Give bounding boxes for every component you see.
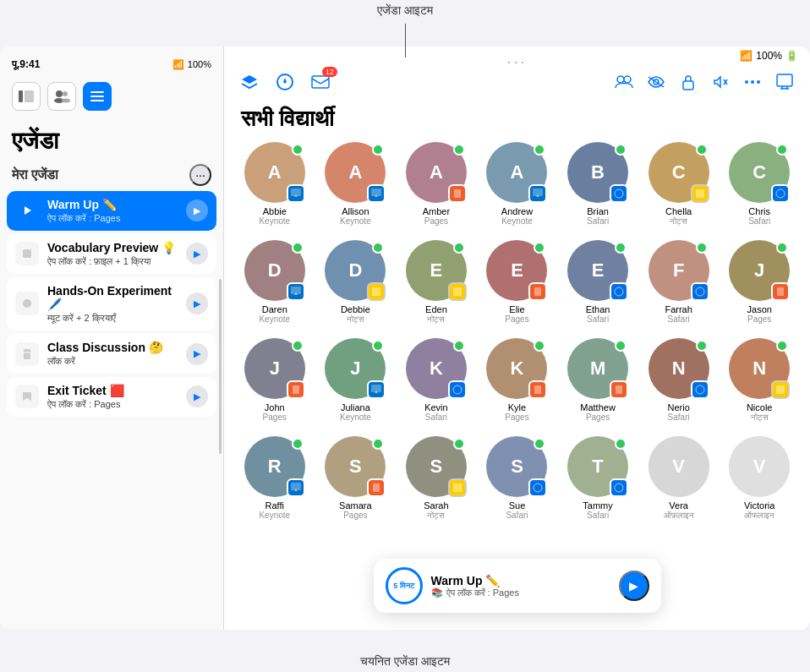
student-card[interactable]: MMatthewPages [561,338,635,423]
student-online-dot [696,144,708,156]
student-name: Victoria [744,500,774,511]
agenda-item-icon-vocabulary [15,242,39,265]
student-card[interactable]: NNerioSafari [642,338,716,423]
student-app-badge [610,380,628,399]
student-app-badge [771,282,790,301]
bottom-annotation-text: चयनित एजेंडा आइटम [360,654,450,669]
svg-rect-57 [453,484,462,492]
svg-point-2 [56,90,63,97]
student-card[interactable]: KKylePages [480,338,555,423]
agenda-item-vocabulary[interactable]: Vocabulary Preview 💡 ऐप लॉक करें : फ़ाइल… [7,234,216,274]
student-card[interactable]: VVictoriaऑफलाइन [722,436,796,521]
svg-point-17 [617,76,624,83]
svg-rect-27 [777,74,792,86]
student-card[interactable]: EEthanSafari [561,240,635,325]
student-card[interactable]: DDarenKeynote [238,240,312,325]
student-card[interactable]: JJasonPages [722,240,796,325]
agenda-item-play-class-discussion[interactable]: ▶ [186,343,208,365]
student-card[interactable]: AAmberPages [399,142,473,227]
sidebar-more-btn[interactable]: ··· [189,164,211,186]
lock-icon[interactable] [675,68,702,96]
sidebar-toolbar-sidebar-btn[interactable] [12,82,41,111]
student-card[interactable]: JJohnPages [238,338,312,423]
student-app-label: Pages [424,216,448,226]
student-card[interactable]: CChrisSafari [722,142,796,227]
student-online-dot [372,438,384,450]
student-card[interactable]: AAbbieKeynote [238,142,312,227]
student-card[interactable]: KKevinSafari [399,338,473,423]
compass-icon[interactable] [271,68,298,96]
agenda-item-exit-ticket[interactable]: Exit Ticket 🟥 ऐप लॉक करें : Pages ▶ [7,377,216,417]
svg-rect-42 [534,287,541,296]
student-app-badge [691,282,709,301]
student-card[interactable]: NNicoleनोट्स [722,338,796,423]
agenda-item-play-vocabulary[interactable]: ▶ [186,243,208,265]
student-card[interactable]: SSamaraPages [319,436,393,521]
present-icon[interactable] [771,68,798,96]
student-card[interactable]: TTammySafari [561,436,635,521]
agenda-item-class-discussion[interactable]: Class Discussion 🤔 लॉक करें ▶ [7,334,216,374]
floating-agenda-item[interactable]: 5 मिनट Warm Up ✏️ 📚 ऐप लॉक करें : Pages … [374,559,661,613]
more-icon[interactable] [739,68,766,96]
page-title: सभी विद्यार्थी [224,102,810,142]
sidebar-toolbar-people-btn[interactable] [47,82,76,111]
sidebar-scroll-indicator [219,279,222,455]
student-app-label: नोट्स [670,216,687,227]
student-card[interactable]: JJulianaKeynote [319,338,393,423]
floating-play-btn[interactable]: ▶ [619,571,649,601]
student-card[interactable]: EEliePages [480,240,555,325]
student-card[interactable]: FFarrahSafari [642,240,716,325]
agenda-item-subtitle-exit-ticket: ऐप लॉक करें : Pages [47,399,186,410]
student-card[interactable]: CChellaनोट्स [642,142,716,227]
agenda-item-play-exit-ticket[interactable]: ▶ [186,385,208,407]
agenda-item-play-warm-up[interactable]: ▶ [186,199,208,221]
annotation-line [405,24,406,57]
top-annotation-text: एजेंडा आइटम [377,3,433,18]
sidebar-toolbar-list-btn[interactable] [83,82,112,111]
student-app-label: Pages [586,412,610,422]
student-name: Chris [748,206,770,216]
student-name: Matthew [580,402,616,412]
agenda-item-play-hands-on[interactable]: ▶ [186,292,208,314]
student-app-label: ऑफलाइन [744,511,774,521]
student-card[interactable]: SSarahनोट्स [399,436,473,521]
student-app-label: Safari [668,314,690,324]
floating-subtitle-text: ऐप लॉक करें : Pages [446,587,519,598]
eye-icon[interactable] [643,68,670,96]
student-avatar-container: E [486,240,547,301]
student-online-dot [453,438,465,450]
svg-rect-10 [23,249,31,258]
toolbar-dots: ··· [506,53,527,71]
student-name: Kevin [424,402,448,412]
student-name: Sarah [424,500,448,511]
agenda-item-icon-exit-ticket [15,385,39,408]
student-app-label: Pages [343,511,367,520]
student-name: Nerio [667,402,689,412]
student-online-dot [534,438,545,450]
agenda-item-subtitle-warm-up: ऐप लॉक करें : Pages [47,213,186,224]
agenda-item-warm-up[interactable]: Warm Up ✏️ ऐप लॉक करें : Pages ▶ [7,191,216,231]
student-card[interactable]: RRaffiKeynote [238,436,312,521]
group-icon[interactable] [610,68,638,96]
student-card[interactable]: BBrianSafari [561,142,635,227]
student-avatar-container: S [406,436,467,497]
student-app-badge [367,184,386,203]
student-app-badge [367,380,386,399]
student-app-badge [287,478,305,497]
student-card[interactable]: DDebbieनोट्स [319,240,393,325]
student-card[interactable]: EEdenनोट्स [399,240,473,325]
student-card[interactable]: AAndrewKeynote [480,142,555,227]
svg-point-58 [534,484,542,492]
agenda-item-hands-on[interactable]: Hands-On Experiment 🖊️ म्यूट करें + 2 क्… [7,277,216,331]
floating-subtitle-icon: 📚 [431,587,443,598]
main-toolbar-right [610,68,798,96]
student-card[interactable]: VVeraऑफ़लाइन [642,436,716,521]
layers-icon[interactable] [236,68,263,96]
student-card[interactable]: AAllisonKeynote [319,142,393,227]
agenda-items-list: Warm Up ✏️ ऐप लॉक करें : Pages ▶ Vocabul… [0,191,223,630]
student-name: Ethan [586,304,610,314]
mute-icon[interactable] [707,68,734,96]
student-card[interactable]: SSueSafari [480,436,555,521]
student-online-dot [372,144,384,156]
mail-icon[interactable]: 12 [307,68,334,96]
